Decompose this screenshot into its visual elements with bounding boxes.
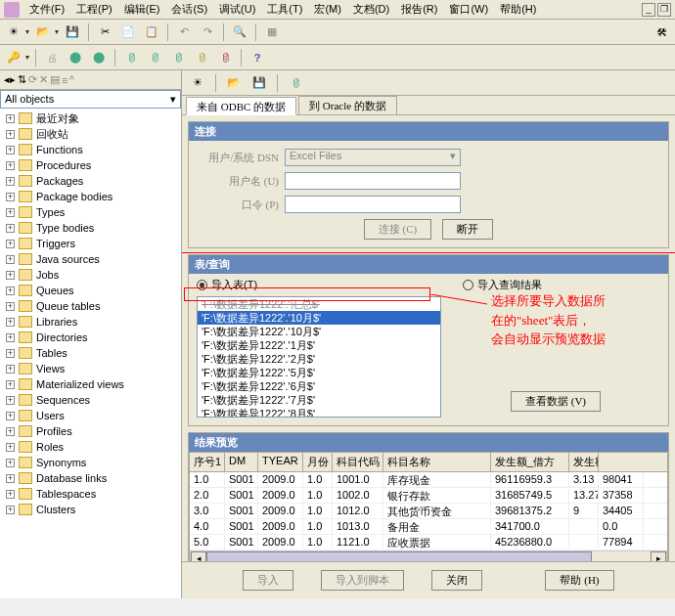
- tree-item[interactable]: +Types: [2, 204, 179, 220]
- menu-tools[interactable]: 工具(T): [261, 0, 308, 19]
- new-icon[interactable]: ☀: [188, 73, 207, 93]
- menu-help[interactable]: 帮助(H): [494, 0, 542, 19]
- expand-icon[interactable]: +: [6, 208, 15, 217]
- list-item[interactable]: 'F:\数据差异1222'.'1月$': [198, 338, 440, 352]
- table-row[interactable]: 3.0S0012009.01.01012.0其他货币资金39681375.293…: [190, 504, 667, 519]
- printer-icon[interactable]: 🖨: [42, 48, 62, 67]
- tree-item[interactable]: +最近对象: [2, 110, 179, 126]
- disconnect-button[interactable]: 断开: [442, 219, 493, 240]
- tree-item[interactable]: +Directories: [2, 330, 179, 345]
- search-icon[interactable]: 🔍: [230, 22, 249, 42]
- table-row[interactable]: 5.0S0012009.01.01121.0应收票据45236880.07789…: [190, 535, 667, 550]
- tools-icon[interactable]: 🛠: [652, 22, 671, 42]
- tab-odbc[interactable]: 来自 ODBC 的数据: [186, 97, 296, 115]
- column-header[interactable]: DM: [225, 453, 258, 471]
- expand-icon[interactable]: +: [6, 271, 15, 280]
- expand-icon[interactable]: +: [6, 161, 15, 170]
- expand-icon[interactable]: +: [6, 396, 15, 405]
- can3-icon[interactable]: 🛢: [168, 48, 188, 67]
- expand-icon[interactable]: +: [6, 490, 15, 499]
- collapse-icon[interactable]: ◂▸: [4, 73, 16, 86]
- list-item[interactable]: 'F:\数据差异1222'.'2月$': [198, 352, 440, 366]
- tree-item[interactable]: +Tables: [2, 345, 179, 361]
- tree-item[interactable]: +Queue tables: [2, 298, 179, 314]
- tree-item[interactable]: +Java sources: [2, 251, 179, 267]
- tree-item[interactable]: +回收站: [2, 126, 179, 142]
- tree-item[interactable]: +Roles: [2, 439, 179, 455]
- column-header[interactable]: 序号1: [190, 453, 225, 471]
- tree-item[interactable]: +Sequences: [2, 392, 179, 408]
- connect-button[interactable]: 连接 (C): [364, 219, 431, 240]
- expand-icon[interactable]: +: [6, 412, 15, 420]
- column-header[interactable]: 科目名称: [383, 453, 491, 471]
- expand-icon[interactable]: +: [6, 255, 15, 264]
- db-icon[interactable]: 🛢: [286, 73, 305, 93]
- expand-icon[interactable]: +: [6, 114, 15, 123]
- list-item[interactable]: 'F:\数据差异1222'.'6月$': [198, 379, 440, 393]
- expand-icon[interactable]: +: [6, 240, 15, 248]
- expand-icon[interactable]: +: [6, 506, 15, 514]
- expand-icon[interactable]: +: [6, 193, 15, 201]
- sort-icon[interactable]: ⇅: [18, 73, 26, 86]
- expand-icon[interactable]: +: [6, 474, 15, 483]
- tree-item[interactable]: +Triggers: [2, 236, 179, 251]
- import-button[interactable]: 导入: [243, 570, 293, 591]
- list-item[interactable]: 'F:\数据差异1222'.'7月$': [198, 393, 440, 407]
- expand-icon[interactable]: +: [6, 333, 15, 342]
- import-script-button[interactable]: 导入到脚本: [321, 570, 404, 591]
- expand-icon[interactable]: +: [6, 427, 15, 436]
- open-icon[interactable]: 📂: [33, 22, 53, 42]
- tree-item[interactable]: +Clusters: [2, 502, 179, 517]
- help-icon[interactable]: ?: [248, 48, 267, 67]
- paste-icon[interactable]: 📋: [142, 22, 161, 42]
- disk2-icon[interactable]: ⬤: [89, 48, 109, 67]
- expand-icon[interactable]: +: [6, 302, 15, 311]
- menu-session[interactable]: 会话(S): [165, 0, 213, 19]
- menu-edit[interactable]: 编辑(E): [118, 0, 166, 19]
- tree-item[interactable]: +Queues: [2, 283, 179, 298]
- tree-item[interactable]: +Users: [2, 408, 179, 423]
- save-icon[interactable]: 💾: [63, 22, 82, 42]
- table-row[interactable]: 2.0S0012009.01.01002.0银行存款31685749.513.2…: [190, 488, 667, 504]
- tree-item[interactable]: +Database links: [2, 470, 179, 486]
- column-header[interactable]: 发生额_借方: [491, 453, 569, 471]
- expand-icon[interactable]: +: [6, 286, 15, 295]
- menu-project[interactable]: 工程(P): [70, 0, 118, 19]
- preview-grid[interactable]: 序号1DMTYEAR月份科目代码科目名称发生额_借方发生额 1.0S001200…: [189, 452, 668, 561]
- help-button[interactable]: 帮助 (H): [545, 570, 613, 591]
- list-item[interactable]: 'F:\数据差异1222'.'10月$': [198, 311, 440, 325]
- expand-icon[interactable]: +: [6, 177, 15, 186]
- column-header[interactable]: 月份: [303, 453, 333, 471]
- menu-file[interactable]: 文件(F): [23, 0, 70, 19]
- tree-item[interactable]: +Type bodies: [2, 220, 179, 236]
- disk1-icon[interactable]: ⬤: [66, 48, 85, 67]
- undo-icon[interactable]: ↶: [174, 22, 194, 42]
- menu-macro[interactable]: 宏(M): [308, 0, 347, 19]
- object-selector[interactable]: All objects ▾: [0, 90, 181, 109]
- view-data-button[interactable]: 查看数据 (V): [511, 391, 601, 412]
- tree-item[interactable]: +Package bodies: [2, 189, 179, 204]
- sql-icon[interactable]: ▦: [262, 22, 282, 42]
- menu-report[interactable]: 报告(R): [395, 0, 443, 19]
- menu-window[interactable]: 窗口(W): [443, 0, 494, 19]
- table-row[interactable]: 1.0S0012009.01.01001.0库存现金96116959.33.13…: [190, 472, 667, 488]
- object-tree[interactable]: +最近对象+回收站+Functions+Procedures+Packages+…: [0, 109, 181, 598]
- pass-input[interactable]: [285, 196, 461, 213]
- list-item[interactable]: 'F:\数据差异1222'.'10月$': [198, 325, 440, 338]
- radio-import-result[interactable]: 导入查询结果: [463, 278, 542, 292]
- dsn-select[interactable]: Excel Files ▾: [285, 149, 461, 166]
- save-icon[interactable]: 💾: [249, 73, 269, 93]
- column-header[interactable]: 科目代码: [333, 453, 383, 471]
- column-header[interactable]: TYEAR: [258, 453, 303, 471]
- expand-icon[interactable]: +: [6, 459, 15, 467]
- expand-icon[interactable]: +: [6, 130, 15, 139]
- column-header[interactable]: 发生额: [569, 453, 599, 471]
- table-row[interactable]: 4.0S0012009.01.01013.0备用金341700.00.0: [190, 519, 667, 535]
- expand-icon[interactable]: +: [6, 318, 15, 327]
- close-button[interactable]: 关闭: [431, 570, 482, 591]
- expand-icon[interactable]: +: [6, 365, 15, 374]
- expand-icon[interactable]: +: [6, 380, 15, 389]
- tab-oracle[interactable]: 到 Oracle 的数据: [298, 96, 397, 114]
- scroll-left-icon[interactable]: ◂: [191, 551, 206, 561]
- tree-item[interactable]: +Packages: [2, 173, 179, 189]
